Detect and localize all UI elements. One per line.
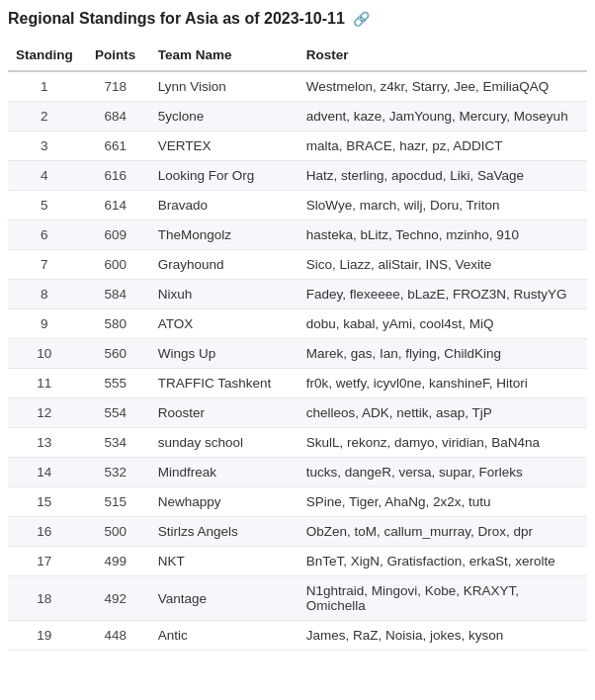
table-row: 7600GrayhoundSico, Liazz, aliStair, INS,… <box>8 250 587 280</box>
cell-points: 534 <box>81 428 150 458</box>
cell-roster: chelleos, ADK, nettik, asap, TjP <box>298 398 587 428</box>
cell-standing: 19 <box>8 621 81 651</box>
cell-points: 499 <box>81 547 150 576</box>
cell-points: 515 <box>81 487 150 517</box>
cell-roster: tucks, dangeR, versa, supar, Forleks <box>298 458 587 487</box>
table-row: 14532Mindfreaktucks, dangeR, versa, supa… <box>8 458 587 487</box>
cell-roster: SloWye, march, wilj, Doru, Triton <box>298 191 587 220</box>
cell-roster: ObZen, toM, callum_murray, Drox, dpr <box>298 517 587 547</box>
cell-points: 500 <box>81 517 150 547</box>
cell-team: Bravado <box>150 191 298 220</box>
cell-team: ATOX <box>150 309 298 339</box>
cell-points: 532 <box>81 458 150 487</box>
cell-points: 448 <box>81 621 150 651</box>
cell-roster: Hatz, sterling, apocdud, Liki, SaVage <box>298 161 587 191</box>
cell-points: 584 <box>81 280 150 309</box>
cell-standing: 12 <box>8 398 81 428</box>
cell-points: 580 <box>81 309 150 339</box>
col-header-team: Team Name <box>150 42 298 71</box>
cell-standing: 16 <box>8 517 81 547</box>
cell-standing: 15 <box>8 487 81 517</box>
cell-standing: 1 <box>8 71 81 102</box>
cell-team: sunday school <box>150 428 298 458</box>
cell-roster: Fadey, flexeeee, bLazE, FROZ3N, RustyYG <box>298 280 587 309</box>
table-header: Standing Points Team Name Roster <box>8 42 587 71</box>
cell-standing: 10 <box>8 339 81 369</box>
cell-points: 555 <box>81 369 150 398</box>
table-row: 6609TheMongolzhasteka, bLitz, Techno, mz… <box>8 220 587 250</box>
cell-points: 600 <box>81 250 150 280</box>
cell-roster: hasteka, bLitz, Techno, mzinho, 910 <box>298 220 587 250</box>
cell-standing: 3 <box>8 131 81 161</box>
cell-standing: 11 <box>8 369 81 398</box>
cell-team: Antic <box>150 621 298 651</box>
col-header-points: Points <box>81 42 150 71</box>
cell-team: Mindfreak <box>150 458 298 487</box>
cell-team: 5yclone <box>150 102 298 131</box>
cell-team: Newhappy <box>150 487 298 517</box>
table-row: 4616Looking For OrgHatz, sterling, apocd… <box>8 161 587 191</box>
cell-team: Nixuh <box>150 280 298 309</box>
cell-standing: 18 <box>8 576 81 621</box>
cell-standing: 14 <box>8 458 81 487</box>
cell-points: 609 <box>81 220 150 250</box>
cell-points: 492 <box>81 576 150 621</box>
page-header: Regional Standings for Asia as of 2023-1… <box>8 10 587 28</box>
table-body: 1718Lynn VisionWestmelon, z4kr, Starry, … <box>8 71 587 651</box>
col-header-standing: Standing <box>8 42 81 71</box>
cell-standing: 2 <box>8 102 81 131</box>
cell-standing: 4 <box>8 161 81 191</box>
cell-points: 554 <box>81 398 150 428</box>
cell-team: NKT <box>150 547 298 576</box>
header-row: Standing Points Team Name Roster <box>8 42 587 71</box>
table-row: 5614BravadoSloWye, march, wilj, Doru, Tr… <box>8 191 587 220</box>
cell-points: 684 <box>81 102 150 131</box>
cell-team: Wings Up <box>150 339 298 369</box>
table-row: 13534sunday schoolSkulL, rekonz, damyo, … <box>8 428 587 458</box>
cell-standing: 6 <box>8 220 81 250</box>
cell-standing: 13 <box>8 428 81 458</box>
link-icon[interactable]: 🔗 <box>353 11 370 27</box>
cell-roster: James, RaZ, Noisia, jokes, kyson <box>298 621 587 651</box>
cell-team: TRAFFIC Tashkent <box>150 369 298 398</box>
cell-roster: fr0k, wetfy, icyvl0ne, kanshineF, Hitori <box>298 369 587 398</box>
cell-team: Looking For Org <box>150 161 298 191</box>
cell-standing: 5 <box>8 191 81 220</box>
cell-roster: advent, kaze, JamYoung, Mercury, Moseyuh <box>298 102 587 131</box>
table-row: 9580ATOXdobu, kabal, yAmi, cool4st, MiQ <box>8 309 587 339</box>
standings-table: Standing Points Team Name Roster 1718Lyn… <box>8 42 587 651</box>
cell-team: Rooster <box>150 398 298 428</box>
cell-team: Lynn Vision <box>150 71 298 102</box>
cell-roster: dobu, kabal, yAmi, cool4st, MiQ <box>298 309 587 339</box>
cell-roster: SkulL, rekonz, damyo, viridian, BaN4na <box>298 428 587 458</box>
table-row: 12554Roosterchelleos, ADK, nettik, asap,… <box>8 398 587 428</box>
cell-standing: 9 <box>8 309 81 339</box>
cell-roster: N1ghtraid, Mingovi, Kobe, KRAXYT, Omiche… <box>298 576 587 621</box>
cell-standing: 8 <box>8 280 81 309</box>
cell-team: Vantage <box>150 576 298 621</box>
cell-points: 614 <box>81 191 150 220</box>
cell-roster: Sico, Liazz, aliStair, INS, Vexite <box>298 250 587 280</box>
table-row: 18492VantageN1ghtraid, Mingovi, Kobe, KR… <box>8 576 587 621</box>
table-row: 16500Stirlzs AngelsObZen, toM, callum_mu… <box>8 517 587 547</box>
table-row: 19448AnticJames, RaZ, Noisia, jokes, kys… <box>8 621 587 651</box>
cell-points: 560 <box>81 339 150 369</box>
cell-standing: 7 <box>8 250 81 280</box>
table-row: 11555TRAFFIC Tashkentfr0k, wetfy, icyvl0… <box>8 369 587 398</box>
cell-team: VERTEX <box>150 131 298 161</box>
table-row: 26845ycloneadvent, kaze, JamYoung, Mercu… <box>8 102 587 131</box>
table-row: 8584NixuhFadey, flexeeee, bLazE, FROZ3N,… <box>8 280 587 309</box>
col-header-roster: Roster <box>298 42 587 71</box>
cell-roster: Marek, gas, Ian, flying, ChildKing <box>298 339 587 369</box>
cell-roster: Westmelon, z4kr, Starry, Jee, EmiliaQAQ <box>298 71 587 102</box>
table-row: 3661VERTEXmalta, BRACE, hazr, pz, ADDICT <box>8 131 587 161</box>
cell-team: Grayhound <box>150 250 298 280</box>
cell-standing: 17 <box>8 547 81 576</box>
table-row: 17499NKTBnTeT, XigN, Gratisfaction, erka… <box>8 547 587 576</box>
cell-roster: malta, BRACE, hazr, pz, ADDICT <box>298 131 587 161</box>
table-row: 10560Wings UpMarek, gas, Ian, flying, Ch… <box>8 339 587 369</box>
cell-team: Stirlzs Angels <box>150 517 298 547</box>
cell-roster: BnTeT, XigN, Gratisfaction, erkaSt, xero… <box>298 547 587 576</box>
table-row: 1718Lynn VisionWestmelon, z4kr, Starry, … <box>8 71 587 102</box>
table-row: 15515NewhappySPine, Tiger, AhaNg, 2x2x, … <box>8 487 587 517</box>
